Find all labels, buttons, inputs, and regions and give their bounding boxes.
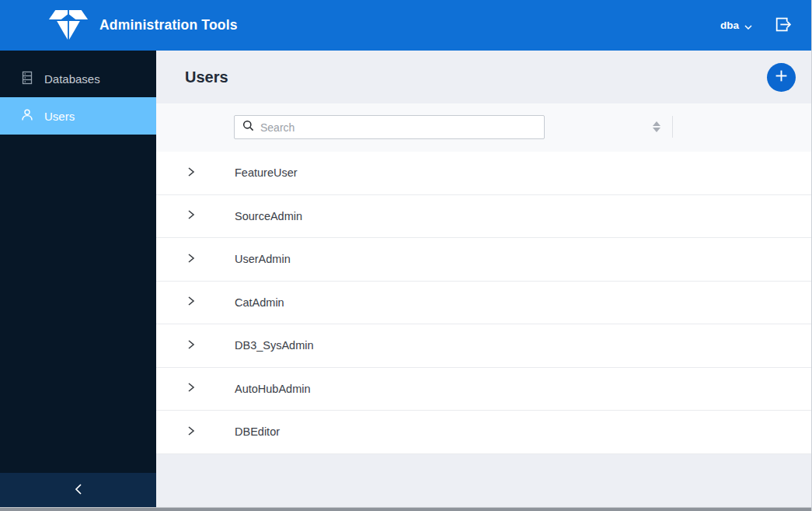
logout-icon (773, 15, 793, 37)
user-list: FeatureUser SourceAdmin UserAdmin (156, 152, 811, 454)
user-row[interactable]: DB3_SysAdmin (156, 324, 811, 368)
brand: Administration Tools (0, 9, 238, 42)
add-user-button[interactable] (767, 63, 796, 92)
row-expander[interactable] (184, 383, 197, 395)
sidebar-item-label: Databases (44, 72, 100, 86)
chevron-right-icon (186, 382, 196, 395)
row-expander[interactable] (184, 210, 197, 222)
chevron-right-icon (186, 209, 196, 222)
chevron-right-icon (186, 425, 196, 439)
app-title: Administration Tools (99, 17, 238, 33)
sort-button[interactable] (649, 117, 664, 138)
logout-button[interactable] (773, 15, 793, 37)
chevron-left-icon (74, 483, 83, 498)
teradata-logo-icon (48, 9, 89, 42)
chevron-down-icon (744, 19, 752, 33)
page-title: Users (185, 68, 228, 86)
users-icon (20, 108, 34, 124)
chevron-right-icon (186, 296, 196, 309)
user-name: DBEditor (235, 425, 280, 438)
user-name: CatAdmin (235, 296, 284, 309)
row-expander[interactable] (184, 296, 197, 309)
window-bottom-edge (0, 507, 811, 511)
administration-tools-window: Administration Tools dba (0, 0, 812, 511)
user-name: SourceAdmin (235, 210, 302, 222)
page-header: Users (156, 51, 811, 103)
user-menu[interactable]: dba (720, 19, 752, 33)
user-row[interactable]: DBEditor (156, 411, 811, 454)
main-content: Users (156, 51, 811, 507)
toolbar-divider (672, 116, 673, 138)
user-row[interactable]: UserAdmin (156, 238, 811, 282)
row-expander[interactable] (184, 425, 197, 438)
user-row[interactable]: CatAdmin (156, 282, 811, 325)
chevron-right-icon (186, 166, 196, 180)
search-icon (242, 120, 254, 135)
user-row[interactable]: AutoHubAdmin (156, 368, 811, 411)
list-empty-area (156, 454, 811, 508)
sidebar-item-users[interactable]: Users (0, 97, 156, 135)
user-name: UserAdmin (235, 253, 291, 265)
chevron-right-icon (186, 253, 196, 266)
search-input[interactable] (260, 121, 536, 134)
plus-icon (775, 69, 788, 85)
user-name: FeatureUser (235, 166, 298, 179)
list-toolbar (156, 103, 811, 152)
databases-icon (20, 71, 34, 87)
sidebar: Databases Users (0, 51, 156, 507)
top-bar-right: dba (720, 15, 811, 37)
top-bar: Administration Tools dba (0, 0, 811, 51)
chevron-right-icon (186, 339, 196, 352)
search-box[interactable] (234, 115, 545, 139)
user-menu-label: dba (720, 19, 739, 31)
row-expander[interactable] (184, 166, 197, 179)
user-row[interactable]: SourceAdmin (156, 195, 811, 239)
user-name: AutoHubAdmin (235, 383, 311, 395)
sidebar-collapse-button[interactable] (0, 473, 156, 507)
sidebar-item-label: Users (44, 110, 75, 123)
row-expander[interactable] (184, 253, 197, 265)
sort-icon (652, 121, 661, 135)
user-name: DB3_SysAdmin (235, 339, 314, 352)
sidebar-item-databases[interactable]: Databases (0, 60, 156, 97)
row-expander[interactable] (184, 339, 197, 352)
user-row[interactable]: FeatureUser (156, 152, 811, 195)
